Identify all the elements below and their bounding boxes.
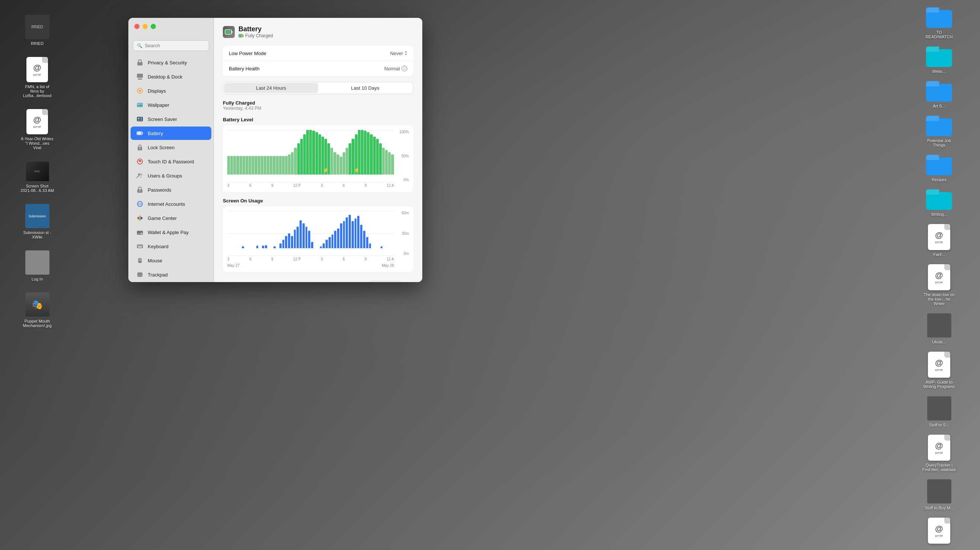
desktop-icon-awp[interactable]: @ HTTP AWP- Guide to Writing Programs (922, 352, 956, 389)
stepper-down-icon[interactable]: ▼ (404, 53, 407, 56)
battery-health-label: Battery Health (229, 66, 259, 72)
desktop-icon-potential[interactable]: Potential Job Things (922, 116, 956, 147)
desktop-icon-stuffbuy[interactable]: Stuff to Buy M... (924, 479, 954, 510)
battery-bar-53 (388, 152, 391, 175)
desktop-icon-toread[interactable]: TO READ/WATCH (922, 8, 956, 39)
battery-bar-29 (315, 132, 318, 175)
svg-rect-34 (137, 231, 143, 233)
y-label-50: 50% (401, 154, 409, 158)
usage-bar-25 (299, 220, 302, 248)
y-label-100: 100% (399, 130, 409, 134)
battery-bar-54 (391, 155, 394, 175)
sidebar-item-privacy-security[interactable]: Privacy & Security (130, 56, 211, 69)
sidebar-item-desktop-dock[interactable]: Desktop & Dock (130, 70, 211, 83)
desktop-icon-ukule[interactable]: Ukule... (927, 313, 951, 344)
desktop-icon-screenshot[interactable]: IMG Screen Shot 2021-08...6.33 AM (21, 161, 54, 193)
svg-rect-9 (137, 103, 143, 107)
sidebar-item-users-groups[interactable]: Users & Groups (130, 169, 211, 182)
battery-bar-21 (291, 152, 294, 175)
charged-title: Fully Charged (223, 100, 414, 106)
usage-bar-19 (282, 240, 285, 248)
desktop-icon-stuffs[interactable]: Stuff to S... (927, 396, 951, 427)
sidebar-item-label: Keyboard (148, 244, 169, 249)
sidebar-item-mouse[interactable]: Mouse (130, 254, 211, 267)
desktop-icon-downlow[interactable]: @ HTTP The down low on the low-...he Wri… (922, 264, 956, 306)
desktop-icon-webc[interactable]: Webc... (926, 46, 952, 74)
usage-bar-43 (352, 221, 354, 248)
sidebar-item-displays[interactable]: Displays (130, 84, 211, 97)
charging-indicator-2: ⚡ (353, 167, 360, 173)
desktop-icon-fmn[interactable]: @ HTTP FMN, a list of films by LizBa...t… (21, 57, 54, 98)
sidebar-item-internet-accounts[interactable]: Internet Accounts (130, 197, 211, 210)
desktop-icon-puppet[interactable]: 🎭 Puppet Mouth Mechanism!.jpg (21, 292, 54, 328)
desktop-icon-arts[interactable]: Art S... (926, 81, 952, 108)
sidebar-item-label: Desktop & Dock (148, 74, 182, 80)
sidebar-item-battery[interactable]: Battery (130, 126, 211, 140)
usage-bar-26 (302, 223, 305, 248)
close-button[interactable] (134, 24, 140, 29)
sidebar-item-label: Trackpad (148, 272, 168, 277)
svg-point-21 (137, 159, 143, 164)
sidebar-item-game-center[interactable]: Game Center (130, 211, 211, 225)
desktop-icon-writing[interactable]: Writing... (926, 190, 952, 217)
minimize-button[interactable] (143, 24, 148, 29)
svg-rect-38 (139, 246, 140, 246)
svg-rect-18 (138, 132, 142, 134)
battery-settings-group: Low Power Mode Never ▲ ▼ Battery Health … (223, 46, 414, 76)
desktop-icon-query[interactable]: @ HTTP QueryTracker | Find liter...ataba… (922, 435, 956, 472)
battery-bar-47 (370, 134, 372, 175)
sidebar-item-keyboard[interactable]: Keyboard (130, 240, 211, 253)
y-label-60m: 60m (402, 211, 409, 215)
svg-rect-15 (138, 120, 140, 121)
svg-rect-1 (137, 74, 143, 78)
sidebar-item-label: Game Center (148, 215, 177, 221)
usage-bar-10 (256, 246, 259, 248)
battery-health-info-button[interactable]: ⓘ (401, 65, 407, 72)
desktop-icon-recipes[interactable]: Recipes (926, 155, 952, 182)
charging-icon: ⚡ (239, 33, 244, 38)
svg-point-35 (141, 233, 142, 234)
battery-bar-10 (258, 156, 261, 175)
sidebar-item-wallpaper[interactable]: Wallpaper (130, 98, 211, 112)
low-power-mode-stepper[interactable]: ▲ ▼ (404, 50, 407, 56)
usage-bar-16 (274, 246, 276, 248)
svg-rect-39 (140, 246, 141, 246)
usage-bar-42 (348, 215, 351, 248)
desktop-icon-rried[interactable]: RRIED RRIED (25, 15, 49, 46)
usage-chart-area: 60m 30m 0m (228, 211, 409, 256)
date-may28: May 28 (382, 263, 394, 268)
search-input[interactable] (145, 43, 205, 48)
screen-usage-section: Screen On Usage 60m 30m 0m (223, 198, 414, 272)
svg-point-22 (138, 174, 140, 175)
tab-24-hours[interactable]: Last 24 Hours (224, 83, 318, 93)
svg-rect-13 (140, 118, 142, 119)
touch-id-icon (136, 158, 144, 166)
sidebar-item-passwords[interactable]: Passwords (130, 183, 211, 196)
svg-rect-14 (140, 120, 142, 121)
battery-bar-36 (337, 155, 339, 175)
battery-bar-50 (379, 143, 382, 175)
usage-bar-38 (337, 228, 339, 248)
desktop-icon-fanf[interactable]: @ HTTP Fanf... (928, 224, 950, 257)
svg-rect-17 (142, 132, 143, 134)
maximize-button[interactable] (151, 24, 156, 29)
sidebar-item-lock-screen[interactable]: Lock Screen (130, 141, 211, 154)
desktop-icon-login[interactable]: Log In (25, 250, 49, 281)
battery-bar-16 (276, 156, 279, 175)
tab-10-days[interactable]: Last 10 Days (318, 83, 412, 93)
battery-bar-27 (309, 130, 312, 175)
passwords-icon (136, 186, 144, 194)
options-button[interactable]: Options... (369, 281, 401, 282)
search-container: 🔍 (133, 40, 209, 51)
desktop-icon-submission[interactable]: Submission Submission st - XWiki (21, 204, 54, 239)
sidebar-item-trackpad[interactable]: Trackpad (130, 268, 211, 281)
sidebar-item-touch-id[interactable]: Touch ID & Password (130, 155, 211, 168)
sidebar-item-screen-saver[interactable]: Screen Saver (130, 112, 211, 126)
sidebar-item-wallet[interactable]: Wallet & Apple Pay (130, 225, 211, 239)
desktop-icon-http1[interactable]: @ HTTP (928, 518, 950, 546)
usage-grid-0 (228, 256, 394, 256)
battery-bar-49 (376, 139, 379, 175)
battery-bar-19 (285, 156, 288, 175)
desktop-icon-8year[interactable]: @ HTTP 8-Year-Old Writes "I Wond...oes V… (21, 109, 54, 150)
usage-bar-23 (294, 230, 296, 248)
